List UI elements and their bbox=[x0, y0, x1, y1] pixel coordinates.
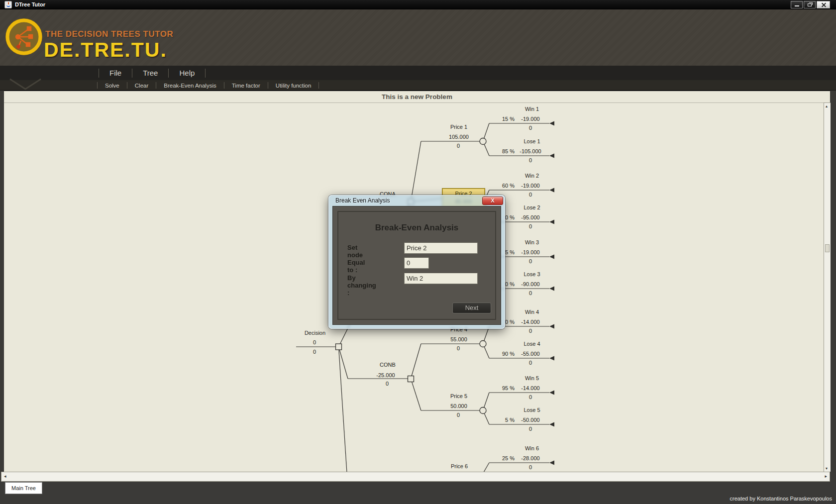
price-node-value-label: 105.000 bbox=[424, 134, 494, 140]
terminal-result-label: 0 bbox=[496, 258, 565, 264]
terminal-result-label: 0 bbox=[496, 394, 565, 400]
scroll-left-icon[interactable]: ◂ bbox=[4, 474, 6, 479]
terminal-result-label: 0 bbox=[496, 290, 565, 296]
toolbar-item-solve[interactable]: Solve bbox=[98, 83, 127, 89]
price-node-name-label: Price 1 bbox=[424, 124, 494, 130]
terminal-result-label: 0 bbox=[496, 426, 565, 432]
separator bbox=[318, 82, 319, 89]
vertical-scrollbar[interactable]: ▴ ▾ bbox=[824, 102, 831, 472]
decision-name-label: Decision bbox=[280, 330, 350, 336]
menu-item-file[interactable]: File bbox=[99, 69, 132, 77]
terminal-name-label: Win 4 bbox=[497, 309, 567, 315]
terminal-value-label: -14.000 bbox=[496, 319, 565, 325]
terminal-name-label: Win 2 bbox=[497, 173, 567, 179]
terminal-result-label: 0 bbox=[496, 192, 565, 198]
next-button[interactable]: Next bbox=[452, 302, 491, 313]
equal-to-input[interactable] bbox=[404, 257, 429, 269]
window-title-bar: DTree Tutor bbox=[0, 0, 836, 9]
credit-text: created by Konstantinos Paraskevopoulos bbox=[730, 496, 832, 502]
terminal-name-label: Lose 2 bbox=[497, 204, 567, 210]
terminal-result-label: 0 bbox=[496, 125, 565, 131]
vertical-scroll-thumb[interactable] bbox=[825, 244, 830, 252]
scroll-up-icon[interactable]: ▴ bbox=[826, 104, 828, 108]
equal-to-label: Equal to : bbox=[347, 259, 365, 274]
terminal-result-label: 0 bbox=[496, 157, 565, 163]
app-tagline: THE DECISION TREES TUTOR bbox=[45, 29, 173, 39]
brand-header: THE DECISION TREES TUTOR DE.TRE.TU. bbox=[0, 9, 836, 66]
terminal-value-label: -105.000 bbox=[496, 148, 565, 154]
horizontal-scrollbar[interactable]: ◂ ▸ bbox=[1, 472, 830, 482]
terminal-value-label: -19.000 bbox=[496, 116, 565, 122]
terminal-result-label: 0 bbox=[496, 464, 565, 470]
scroll-down-icon[interactable]: ▾ bbox=[826, 466, 828, 471]
tab-main-tree[interactable]: Main Tree bbox=[5, 482, 42, 494]
price-node-result-label: 0 bbox=[423, 143, 493, 149]
terminal-value-label: -19.000 bbox=[496, 183, 565, 189]
restore-button[interactable] bbox=[804, 1, 816, 8]
terminal-value-label: -50.000 bbox=[496, 417, 565, 423]
conb-result-label: 0 bbox=[352, 381, 422, 387]
menu-bar: FileTreeHelp bbox=[0, 66, 836, 80]
problem-title: This is a new Problem bbox=[4, 91, 830, 102]
terminal-name-label: Win 3 bbox=[497, 239, 567, 245]
dialog-close-button[interactable]: X bbox=[482, 197, 503, 205]
price-node-result-label: 0 bbox=[423, 412, 493, 418]
terminal-name-label: Lose 5 bbox=[497, 407, 567, 413]
java-app-icon bbox=[4, 1, 12, 8]
tool-bar: SolveClearBreak-Even AnalysisTime factor… bbox=[0, 80, 836, 91]
app-logo-text: DE.TRE.TU. bbox=[44, 38, 167, 62]
terminal-name-label: Win 5 bbox=[497, 375, 567, 381]
toolbar-item-time-factor[interactable]: Time factor bbox=[224, 83, 268, 89]
price6-name-label: Price 6 bbox=[424, 463, 494, 469]
decision-result-label: 0 bbox=[280, 349, 349, 355]
terminal-name-label: Lose 3 bbox=[497, 271, 567, 277]
decision-value-label: 0 bbox=[280, 339, 349, 345]
dialog-panel: Break-Even Analysis Set node : Equal to … bbox=[337, 211, 496, 320]
terminal-value-label: -28.000 bbox=[496, 455, 565, 461]
by-changing-input[interactable] bbox=[404, 273, 478, 284]
terminal-result-label: 0 bbox=[496, 223, 565, 229]
by-changing-label: By changing : bbox=[347, 274, 376, 297]
dialog-title: Break Even Analysis bbox=[335, 197, 390, 204]
close-button[interactable] bbox=[817, 1, 830, 8]
toolbar-item-utility-function[interactable]: Utility function bbox=[268, 83, 319, 89]
scroll-right-icon[interactable]: ▸ bbox=[825, 474, 827, 479]
dialog-heading: Break-Even Analysis bbox=[338, 223, 495, 233]
terminal-name-label: Win 6 bbox=[497, 445, 567, 451]
set-node-input[interactable] bbox=[404, 242, 478, 254]
price-node-value-label: 50.000 bbox=[424, 403, 494, 409]
toolbar-item-break-even-analysis[interactable]: Break-Even Analysis bbox=[156, 83, 223, 89]
break-even-dialog: Break Even Analysis X Break-Even Analysi… bbox=[328, 195, 505, 329]
terminal-result-label: 0 bbox=[496, 328, 565, 334]
bottom-bar: Main Tree created by Konstantinos Parask… bbox=[0, 482, 836, 504]
decision-child-connector bbox=[339, 347, 347, 472]
window-title: DTree Tutor bbox=[15, 1, 45, 7]
toolbar-item-clear[interactable]: Clear bbox=[127, 83, 156, 89]
separator bbox=[205, 69, 206, 78]
menu-item-help[interactable]: Help bbox=[169, 69, 205, 77]
app-logo-icon bbox=[4, 14, 46, 60]
terminal-name-label: Lose 1 bbox=[497, 138, 567, 144]
price-node-value-label: 55.000 bbox=[424, 336, 494, 342]
close-x-icon: X bbox=[483, 197, 503, 204]
chevron-decoration bbox=[0, 78, 65, 91]
conb-name-label: CONB bbox=[353, 362, 422, 368]
terminal-result-label: 0 bbox=[496, 360, 565, 366]
conb-value-label: -25.000 bbox=[351, 372, 420, 378]
terminal-value-label: -95.000 bbox=[496, 214, 565, 220]
minimize-button[interactable] bbox=[791, 1, 803, 8]
terminal-name-label: Lose 4 bbox=[497, 341, 567, 347]
terminal-value-label: -55.000 bbox=[496, 351, 565, 357]
terminal-name-label: Win 1 bbox=[497, 106, 567, 112]
terminal-value-label: -90.000 bbox=[496, 281, 565, 287]
terminal-value-label: -14.000 bbox=[496, 385, 565, 391]
terminal-value-label: -19.000 bbox=[496, 249, 565, 255]
price-node-name-label: Price 5 bbox=[424, 393, 494, 399]
menu-item-tree[interactable]: Tree bbox=[132, 69, 168, 77]
dialog-body: Break-Even Analysis Set node : Equal to … bbox=[332, 206, 501, 325]
price-node-result-label: 0 bbox=[423, 345, 493, 351]
